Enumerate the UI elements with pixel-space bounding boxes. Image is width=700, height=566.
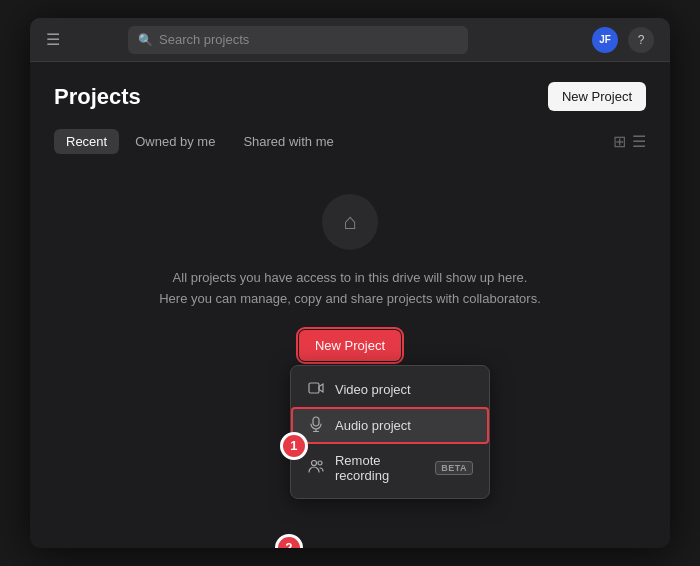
svg-point-5 xyxy=(318,461,322,465)
top-bar: ☰ 🔍 Search projects JF ? xyxy=(30,18,670,62)
people-icon xyxy=(307,459,325,476)
grid-view-icon[interactable]: ⊞ xyxy=(613,132,626,151)
beta-badge: BETA xyxy=(435,461,473,475)
dropdown-container: 1 New Project 2 xyxy=(299,330,401,361)
dropdown-item-audio-label: Audio project xyxy=(335,418,411,433)
annotation-2: 2 xyxy=(275,534,303,548)
view-icons: ⊞ ☰ xyxy=(613,132,646,151)
video-icon xyxy=(307,381,325,398)
dropdown-menu: 2 Video project xyxy=(290,365,490,499)
tab-shared-with-me[interactable]: Shared with me xyxy=(231,129,345,154)
empty-state-text: All projects you have access to in this … xyxy=(159,268,541,310)
svg-rect-0 xyxy=(309,383,319,393)
avatar[interactable]: JF xyxy=(592,27,618,53)
dropdown-item-audio[interactable]: Audio project xyxy=(291,407,489,444)
home-icon-circle: ⌂ xyxy=(322,194,378,250)
svg-point-4 xyxy=(311,461,316,466)
app-window: ☰ 🔍 Search projects JF ? Projects New Pr… xyxy=(30,18,670,548)
tabs-left: Recent Owned by me Shared with me xyxy=(54,129,613,154)
dropdown-item-video[interactable]: Video project xyxy=(291,372,489,407)
empty-state: ⌂ All projects you have access to in thi… xyxy=(139,154,561,381)
tabs-row: Recent Owned by me Shared with me ⊞ ☰ xyxy=(54,129,646,154)
new-project-header-button[interactable]: New Project xyxy=(548,82,646,111)
dropdown-item-video-label: Video project xyxy=(335,382,411,397)
annotation-1: 1 xyxy=(280,432,308,460)
search-input-placeholder: Search projects xyxy=(159,32,249,47)
tab-recent[interactable]: Recent xyxy=(54,129,119,154)
svg-rect-1 xyxy=(313,417,319,426)
help-button[interactable]: ? xyxy=(628,27,654,53)
home-icon: ⌂ xyxy=(343,209,356,235)
main-content: Projects New Project Recent Owned by me … xyxy=(30,62,670,548)
right-icons: JF ? xyxy=(592,27,654,53)
page-header: Projects New Project xyxy=(54,82,646,111)
page-title: Projects xyxy=(54,84,141,110)
list-view-icon[interactable]: ☰ xyxy=(632,132,646,151)
dropdown-item-remote[interactable]: Remote recording BETA xyxy=(291,444,489,492)
mic-icon xyxy=(307,416,325,435)
dropdown-item-remote-label: Remote recording xyxy=(335,453,421,483)
new-project-dropdown-button[interactable]: New Project xyxy=(299,330,401,361)
search-icon: 🔍 xyxy=(138,33,153,47)
empty-state-wrapper: ⌂ All projects you have access to in thi… xyxy=(54,154,646,381)
search-bar[interactable]: 🔍 Search projects xyxy=(128,26,468,54)
hamburger-icon[interactable]: ☰ xyxy=(46,30,60,49)
tab-owned-by-me[interactable]: Owned by me xyxy=(123,129,227,154)
